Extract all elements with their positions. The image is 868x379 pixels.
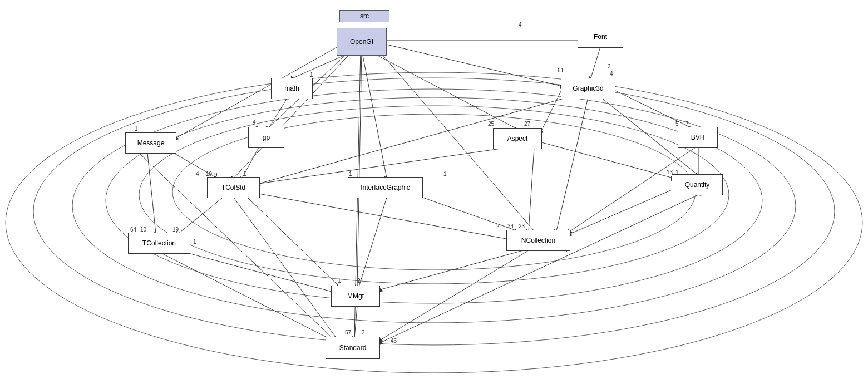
node-tcolstd: TColStd bbox=[207, 177, 260, 198]
svg-text:10: 10 bbox=[206, 171, 213, 177]
node-aspect-label: Aspect bbox=[504, 134, 531, 144]
svg-text:1: 1 bbox=[243, 171, 246, 177]
svg-text:19: 19 bbox=[172, 227, 179, 233]
svg-point-0 bbox=[6, 72, 862, 373]
svg-text:3: 3 bbox=[362, 329, 365, 336]
svg-line-66 bbox=[234, 198, 337, 338]
node-opengi-label: OpenGI bbox=[347, 37, 377, 47]
svg-text:1: 1 bbox=[349, 171, 352, 177]
svg-line-48 bbox=[540, 142, 673, 178]
node-gp-label: gp bbox=[259, 132, 273, 142]
svg-text:5: 5 bbox=[675, 121, 679, 127]
node-quantity-label: Quantity bbox=[682, 180, 713, 190]
node-ncollection: NCollection bbox=[506, 230, 570, 251]
node-math: math bbox=[271, 78, 313, 99]
node-standard: Standard bbox=[326, 337, 380, 359]
svg-line-76 bbox=[178, 250, 334, 292]
node-mmgt: MMgt bbox=[331, 286, 380, 307]
svg-line-8 bbox=[387, 45, 562, 86]
svg-line-18 bbox=[234, 50, 353, 178]
svg-text:64: 64 bbox=[130, 227, 137, 233]
node-tcollection: TCollection bbox=[128, 233, 190, 254]
node-opengi: OpenGI bbox=[337, 28, 387, 56]
node-src: src bbox=[339, 10, 389, 22]
svg-line-28 bbox=[591, 45, 601, 78]
svg-text:2: 2 bbox=[496, 223, 500, 229]
svg-text:4: 4 bbox=[253, 119, 256, 125]
svg-line-20 bbox=[362, 50, 387, 178]
node-aspect: Aspect bbox=[493, 128, 542, 149]
svg-text:23: 23 bbox=[519, 223, 525, 229]
node-graphic3d: Graphic3d bbox=[561, 78, 615, 99]
svg-text:2: 2 bbox=[357, 278, 361, 284]
svg-line-14 bbox=[367, 50, 517, 129]
svg-text:4: 4 bbox=[519, 22, 522, 28]
svg-text:4: 4 bbox=[610, 71, 613, 77]
node-tcollection-label: TCollection bbox=[139, 238, 179, 248]
node-gp: gp bbox=[248, 127, 284, 148]
svg-text:1: 1 bbox=[135, 126, 138, 132]
svg-text:3: 3 bbox=[608, 63, 611, 70]
dependency-graph: 4 61 3 4 1 25 27 4 5 6 4 5 7 1 4 10 9 1 … bbox=[0, 0, 868, 379]
svg-line-36 bbox=[556, 97, 588, 231]
svg-text:1: 1 bbox=[193, 239, 196, 245]
node-font: Font bbox=[578, 26, 623, 48]
svg-text:1: 1 bbox=[443, 171, 447, 177]
svg-text:34: 34 bbox=[507, 223, 514, 229]
node-bvh: BVH bbox=[678, 127, 718, 148]
svg-text:4: 4 bbox=[196, 171, 199, 177]
svg-text:46: 46 bbox=[391, 338, 397, 344]
node-graphic3d-label: Graphic3d bbox=[569, 83, 606, 93]
svg-line-32 bbox=[612, 89, 692, 128]
svg-text:7: 7 bbox=[685, 121, 689, 127]
node-interfacegraphic-label: InterfaceGraphic bbox=[357, 183, 413, 193]
svg-line-46 bbox=[529, 147, 534, 231]
svg-point-3 bbox=[106, 97, 762, 303]
svg-line-70 bbox=[359, 198, 387, 287]
svg-line-72 bbox=[570, 189, 673, 234]
node-tcolstd-label: TColStd bbox=[218, 183, 249, 193]
node-math-label: math bbox=[281, 83, 303, 93]
node-src-label: src bbox=[357, 11, 372, 21]
node-mmgt-label: MMgt bbox=[344, 291, 367, 301]
svg-text:57: 57 bbox=[345, 329, 352, 336]
node-bvh-label: BVH bbox=[688, 132, 708, 142]
svg-text:27: 27 bbox=[524, 121, 531, 127]
node-message: Message bbox=[125, 132, 176, 154]
node-font-label: Font bbox=[590, 32, 610, 42]
node-interfacegraphic: InterfaceGraphic bbox=[348, 177, 423, 198]
svg-text:1: 1 bbox=[310, 72, 313, 78]
svg-text:1: 1 bbox=[338, 278, 341, 284]
svg-line-74 bbox=[381, 195, 698, 342]
node-standard-label: Standard bbox=[336, 343, 370, 353]
svg-line-82 bbox=[381, 250, 529, 339]
svg-text:25: 25 bbox=[488, 121, 495, 127]
node-message-label: Message bbox=[134, 138, 168, 148]
svg-text:61: 61 bbox=[558, 67, 564, 73]
node-ncollection-label: NCollection bbox=[518, 235, 559, 245]
svg-line-62 bbox=[259, 194, 509, 239]
svg-text:10: 10 bbox=[140, 227, 147, 233]
node-quantity: Quantity bbox=[672, 174, 723, 195]
